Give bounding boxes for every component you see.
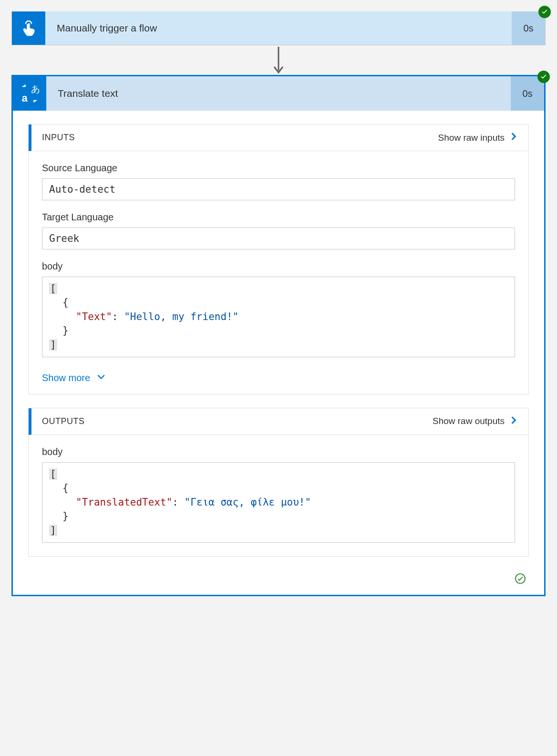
target-language-value: Greek	[42, 228, 515, 249]
inputs-section: INPUTS Show raw inputs Source Language A…	[28, 124, 529, 394]
show-raw-inputs-link[interactable]: Show raw inputs	[438, 132, 518, 143]
flow-canvas: Manually trigger a flow 0s あ a Translate…	[11, 11, 546, 596]
action-title: Translate text	[46, 76, 511, 111]
json-value: "Hello, my friend!"	[124, 311, 238, 322]
inputs-body-label: body	[42, 261, 515, 272]
svg-point-3	[516, 574, 525, 583]
action-body: INPUTS Show raw inputs Source Language A…	[13, 111, 544, 595]
show-more-link[interactable]: Show more	[29, 371, 119, 394]
inputs-header: INPUTS Show raw inputs	[29, 124, 528, 151]
inputs-body-field: body [ { "Text": "Hello, my friend!" } ]	[42, 261, 515, 357]
inputs-label: INPUTS	[42, 133, 75, 143]
action-card[interactable]: あ a Translate text 0s INPUTS Show raw in…	[11, 75, 546, 596]
show-raw-outputs-link[interactable]: Show raw outputs	[433, 416, 518, 427]
target-language-field: Target Language Greek	[42, 212, 515, 249]
show-raw-inputs-text: Show raw inputs	[438, 133, 505, 143]
trigger-header: Manually trigger a flow 0s	[12, 11, 545, 45]
source-language-value: Auto-detect	[42, 178, 515, 200]
json-key: "Text"	[76, 311, 112, 322]
outputs-body-code: [ { "TranslatedText": "Γεια σας, φίλε μο…	[42, 462, 515, 543]
check-icon	[541, 8, 548, 16]
arrow-down-icon	[271, 46, 286, 74]
success-badge	[538, 6, 551, 18]
outputs-content: body [ { "TranslatedText": "Γεια σας, φί…	[29, 435, 528, 556]
trigger-title: Manually trigger a flow	[45, 11, 512, 45]
action-header: あ a Translate text 0s	[13, 76, 544, 111]
footer-status	[28, 570, 529, 584]
json-value: "Γεια σας, φίλε μου!"	[185, 497, 311, 508]
inputs-body-code: [ { "Text": "Hello, my friend!" } ]	[42, 277, 515, 357]
source-language-field: Source Language Auto-detect	[42, 163, 515, 200]
translate-icon: あ a	[13, 76, 46, 111]
svg-text:a: a	[22, 92, 28, 104]
check-icon	[540, 73, 547, 81]
show-more-text: Show more	[42, 373, 90, 383]
outputs-section: OUTPUTS Show raw outputs body [ {	[28, 408, 529, 557]
flow-arrow	[271, 45, 286, 75]
outputs-body-label: body	[42, 446, 515, 457]
tap-icon	[12, 11, 45, 45]
target-language-label: Target Language	[42, 212, 515, 223]
outputs-label: OUTPUTS	[42, 416, 85, 426]
show-raw-outputs-text: Show raw outputs	[433, 416, 505, 426]
outputs-body-field: body [ { "TranslatedText": "Γεια σας, φί…	[42, 446, 515, 543]
chevron-down-icon	[97, 373, 105, 383]
check-circle-outline-icon	[515, 573, 526, 584]
outputs-header: OUTPUTS Show raw outputs	[29, 408, 528, 435]
chevron-right-icon	[509, 132, 518, 143]
inputs-content: Source Language Auto-detect Target Langu…	[29, 151, 528, 371]
trigger-card[interactable]: Manually trigger a flow 0s	[11, 11, 546, 45]
source-language-label: Source Language	[42, 163, 515, 174]
chevron-right-icon	[509, 416, 518, 427]
json-key: "TranslatedText"	[76, 497, 172, 508]
svg-text:あ: あ	[31, 84, 40, 94]
success-badge	[537, 71, 550, 83]
